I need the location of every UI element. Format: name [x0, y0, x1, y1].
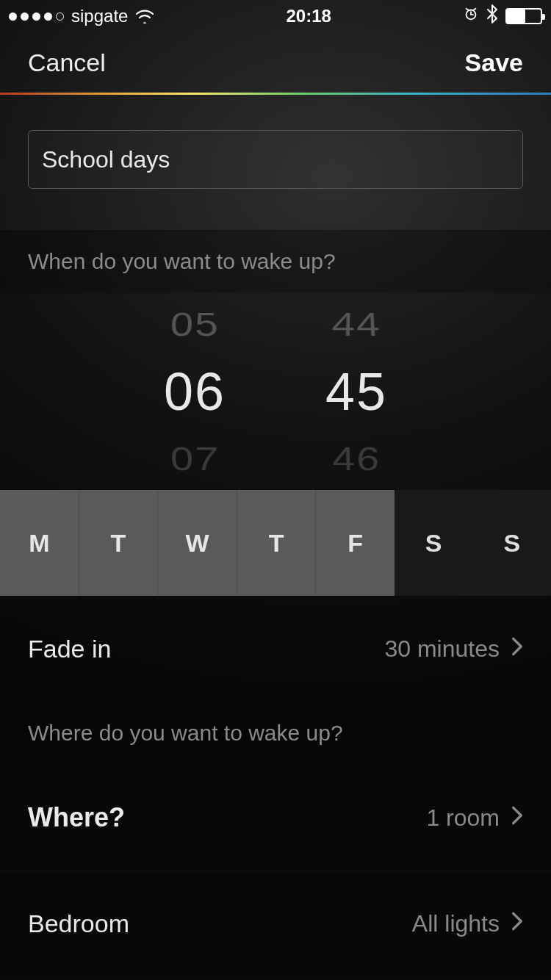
cancel-button[interactable]: Cancel: [28, 48, 106, 77]
status-bar: sipgate 20:18: [0, 0, 551, 32]
status-time: 20:18: [287, 6, 331, 26]
day-toggle-0[interactable]: M: [0, 490, 79, 596]
bluetooth-icon: [486, 4, 498, 28]
routine-name-input[interactable]: [42, 146, 509, 173]
hour-picker[interactable]: 05 06 07: [129, 293, 261, 490]
alarm-icon: [463, 6, 479, 26]
where-value-group: 1 room: [426, 804, 523, 832]
day-toggle-3[interactable]: T: [237, 490, 316, 596]
status-left: sipgate: [9, 6, 154, 26]
minute-picker[interactable]: 44 45 46: [290, 293, 422, 490]
hour-selected: 06: [164, 355, 226, 428]
hour-prev: 05: [168, 300, 221, 351]
fade-in-value: 30 minutes: [384, 635, 500, 663]
fade-in-label: Fade in: [28, 635, 111, 663]
day-toggle-5[interactable]: S: [395, 490, 473, 596]
fade-in-row[interactable]: Fade in 30 minutes: [0, 596, 551, 702]
save-button[interactable]: Save: [465, 48, 523, 77]
room-label: Bedroom: [28, 909, 129, 938]
routine-name-field[interactable]: [28, 130, 523, 189]
where-row[interactable]: Where? 1 room: [0, 765, 551, 871]
signal-strength-icon: [9, 12, 64, 21]
chevron-right-icon: [511, 910, 523, 937]
minute-next: 46: [330, 432, 383, 483]
when-section-header: When do you want to wake up?: [0, 230, 551, 293]
chevron-right-icon: [511, 804, 523, 832]
where-value: 1 room: [426, 804, 500, 832]
where-section-header: Where do you want to wake up?: [0, 702, 551, 765]
chevron-right-icon: [511, 635, 523, 663]
day-toggle-6[interactable]: S: [472, 490, 551, 596]
nav-bar: Cancel Save: [0, 32, 551, 93]
name-section: [0, 95, 551, 230]
wifi-icon: [135, 9, 154, 24]
status-right: [463, 4, 542, 28]
time-picker[interactable]: 05 06 07 44 45 46: [0, 293, 551, 490]
day-toggle-1[interactable]: T: [79, 490, 158, 596]
day-toggle-4[interactable]: F: [315, 490, 395, 596]
room-value: All lights: [412, 910, 500, 937]
room-value-group: All lights: [412, 910, 523, 937]
carrier-label: sipgate: [71, 6, 128, 26]
day-selector: MTWTFSS: [0, 490, 551, 596]
minute-prev: 44: [330, 300, 383, 351]
fade-in-value-group: 30 minutes: [384, 635, 523, 663]
screen: sipgate 20:18: [0, 0, 551, 980]
where-label: Where?: [28, 802, 125, 833]
room-row[interactable]: Bedroom All lights: [0, 871, 551, 976]
minute-selected: 45: [325, 355, 387, 428]
hour-next: 07: [168, 432, 221, 483]
battery-icon: [505, 8, 542, 24]
day-toggle-2[interactable]: W: [157, 490, 237, 596]
